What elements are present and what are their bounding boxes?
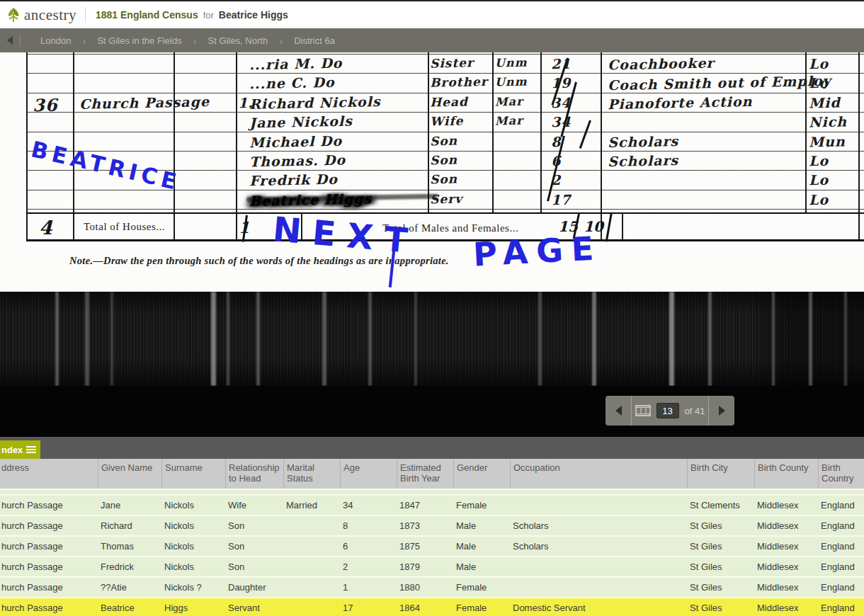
census-entry-row: Fredrik DoSon2Lo — [0, 172, 864, 191]
table-cell: Daughter — [225, 578, 283, 597]
index-tab[interactable]: ndex — [0, 440, 40, 459]
handwritten-condition: Unm — [495, 75, 528, 89]
table-cell — [283, 557, 340, 576]
previous-page-button[interactable] — [606, 396, 631, 426]
handwritten-born: Lo — [809, 192, 829, 208]
handwritten-age: 2 — [551, 172, 562, 188]
table-row[interactable]: hurch PassageThomasNickolsSon61875MaleSc… — [0, 535, 864, 556]
table-cell: Jane — [98, 496, 161, 515]
table-cell: ??Atie — [98, 578, 161, 597]
table-cell: St Clements — [687, 496, 754, 515]
handwritten-age: 34 — [551, 114, 572, 130]
table-cell: Son — [225, 516, 283, 535]
page-count-label: of 41 — [685, 406, 705, 416]
census-entry-row: Jane NickolsWifeMar34Nich — [0, 114, 864, 133]
column-header-surname[interactable]: Surname — [161, 459, 225, 489]
record-person-name: Beatrice Higgs — [219, 9, 288, 21]
index-table-header: ddressGiven NameSurnameRelationship to H… — [0, 459, 864, 489]
column-header-birth-country[interactable]: Birth Country — [818, 459, 864, 489]
handwritten-relation: Serv — [430, 192, 462, 207]
table-cell: hurch Passage — [0, 496, 98, 515]
handwritten-born: Lo — [809, 172, 829, 188]
column-header-given-name[interactable]: Given Name — [98, 459, 161, 489]
handwritten-born: Nich — [809, 114, 847, 130]
census-document-image[interactable]: 4 Total of Houses... 1 Total of Males an… — [0, 52, 864, 292]
handwritten-age: 17 — [551, 192, 572, 208]
breadcrumb-item-district[interactable]: District 6a — [294, 35, 335, 46]
handwritten-name: Richard Nickols — [249, 93, 381, 112]
handwritten-relation: Sister — [430, 55, 474, 70]
table-cell — [283, 578, 340, 597]
table-cell: Nickols — [161, 496, 225, 515]
table-cell: Son — [225, 557, 283, 576]
table-cell: Middlesex — [754, 516, 818, 535]
column-header-relationship-to-head[interactable]: Relationship to Head — [225, 459, 283, 489]
handwritten-name: Michael Do — [249, 132, 342, 150]
table-cell: 1875 — [397, 537, 453, 556]
table-cell: hurch Passage — [0, 516, 98, 535]
table-row-highlighted[interactable]: hurch PassageBeatriceHiggsServant171864F… — [0, 597, 864, 616]
handwritten-relation: Son — [430, 172, 457, 187]
clipped-table-row[interactable] — [0, 489, 864, 494]
table-cell: England — [818, 578, 864, 597]
breadcrumb-divider — [20, 34, 21, 47]
table-cell: 1880 — [397, 578, 453, 597]
table-row[interactable]: hurch Passage??AtieNickols ?Daughter1188… — [0, 576, 864, 597]
table-row[interactable]: hurch PassageJaneNickolsWifeMarried34184… — [0, 494, 864, 515]
handwritten-born: Mid — [809, 94, 841, 110]
table-cell: Beatrice — [98, 598, 161, 616]
handwritten-relation: Son — [430, 153, 457, 168]
handwritten-name: Beatrice Higgs — [249, 190, 373, 209]
table-cell: 1847 — [397, 496, 453, 515]
table-cell: St Giles — [687, 578, 754, 597]
chevron-right-icon: › — [82, 35, 86, 47]
table-row[interactable]: hurch PassageFredrickNickolsSon21879Male… — [0, 556, 864, 576]
column-header-birth-county[interactable]: Birth County — [754, 459, 818, 489]
table-cell: hurch Passage — [0, 578, 98, 597]
column-header-age[interactable]: Age — [340, 459, 397, 489]
blue-annotation-next: NEXT — [271, 209, 421, 261]
image-viewer: 4 Total of Houses... 1 Total of Males an… — [0, 52, 864, 437]
table-cell — [510, 557, 687, 576]
handwritten-age: 19 — [551, 75, 572, 91]
table-cell: Domestic Servant — [510, 598, 687, 616]
breadcrumb-item-st-giles-north[interactable]: St Giles, North — [208, 35, 268, 46]
breadcrumb-item-st-giles-fields[interactable]: St Giles in the Fields — [97, 35, 181, 46]
ancestry-logo[interactable]: ancestry — [6, 6, 76, 24]
table-cell: 2 — [340, 557, 397, 576]
table-row[interactable]: hurch PassageRichardNickolsSon81873MaleS… — [0, 515, 864, 535]
table-cell: England — [818, 537, 864, 556]
column-header-ddress[interactable]: ddress — [0, 459, 98, 489]
next-page-button[interactable] — [709, 396, 734, 426]
table-cell — [283, 516, 340, 535]
table-cell: Fredrick — [98, 557, 161, 576]
viewer-bottom-area: of 41 — [0, 386, 864, 437]
index-panel-bar: ndex — [0, 437, 864, 459]
breadcrumb-back-icon[interactable] — [7, 36, 13, 45]
column-header-birth-city[interactable]: Birth City — [687, 459, 754, 489]
pager-middle: of 41 — [632, 403, 708, 418]
table-cell: England — [818, 557, 864, 576]
column-header-marital-status[interactable]: Marital Status — [283, 459, 340, 489]
table-cell: Married — [283, 496, 340, 515]
census-entry-row: Beatrice HiggsServ17Lo — [0, 192, 864, 211]
logo-text: ancestry — [24, 6, 76, 24]
handwritten-name: ...ria M. Do — [249, 55, 343, 73]
table-cell: 6 — [340, 537, 397, 556]
column-header-occupation[interactable]: Occupation — [510, 459, 687, 489]
handwritten-born: Mun — [809, 133, 846, 149]
microfilm-edge-texture — [0, 292, 864, 386]
breadcrumb-item-london[interactable]: London — [40, 35, 71, 46]
blue-annotation-page: PAGE — [472, 229, 603, 273]
column-header-estimated-birth-year[interactable]: Estimated Birth Year — [397, 459, 453, 489]
index-table-rows: hurch PassageJaneNickolsWifeMarried34184… — [0, 489, 864, 616]
table-cell: Scholars — [510, 537, 687, 556]
handwritten-born: Lo — [809, 153, 829, 169]
table-cell: hurch Passage — [0, 598, 98, 616]
table-cell: Middlesex — [754, 496, 818, 515]
table-cell: Scholars — [510, 516, 687, 535]
page-number-input[interactable] — [656, 403, 679, 418]
handwritten-name: Fredrik Do — [249, 171, 338, 189]
column-header-gender[interactable]: Gender — [453, 459, 510, 489]
table-cell: 34 — [340, 496, 397, 515]
